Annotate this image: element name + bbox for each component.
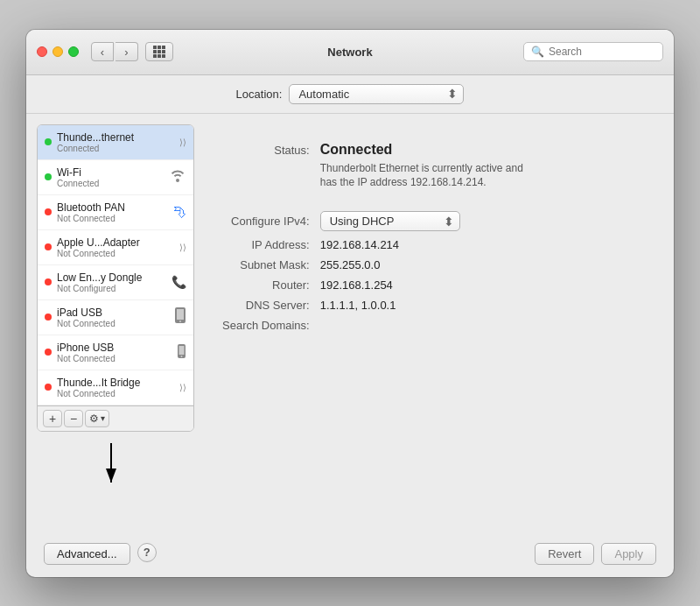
status-description: Thunderbolt Ethernet is currently active… bbox=[320, 161, 646, 191]
svg-point-2 bbox=[179, 321, 181, 322]
arrow-right-icon: ⟩⟩ bbox=[179, 383, 186, 392]
phone-icon: 📞 bbox=[172, 275, 186, 289]
configure-select[interactable]: Using DHCP ⬍ bbox=[320, 211, 460, 231]
sidebar-toolbar: + − ⚙ ▾ bbox=[38, 405, 193, 431]
item-name: Bluetooth PAN bbox=[57, 201, 170, 214]
ip-label: IP Address: bbox=[222, 238, 310, 251]
arrow-annotation bbox=[85, 443, 155, 496]
item-status: Connected bbox=[57, 144, 176, 153]
sidebar-item-apple-adapter[interactable]: Apple U...Adapter Not Connected ⟩⟩ bbox=[38, 230, 193, 265]
svg-rect-1 bbox=[177, 309, 184, 320]
gear-icon: ⚙ bbox=[89, 412, 99, 425]
maximize-button[interactable] bbox=[68, 46, 79, 57]
item-status: Connected bbox=[57, 179, 165, 188]
item-status: Not Connected bbox=[57, 319, 171, 328]
search-box[interactable]: 🔍 bbox=[523, 42, 663, 61]
location-bar: Location: Automatic ⬍ bbox=[26, 75, 674, 114]
status-dot-red bbox=[45, 243, 52, 250]
sidebar-wrapper: Thunde...thernet Connected ⟩⟩ Wi-Fi Conn… bbox=[37, 124, 194, 524]
arrow-right-icon: ⟩⟩ bbox=[179, 243, 186, 252]
domains-label: Search Domains: bbox=[222, 319, 310, 332]
help-button[interactable]: ? bbox=[137, 543, 157, 562]
remove-button[interactable]: − bbox=[64, 410, 83, 427]
item-name: Thunde...It Bridge bbox=[57, 377, 176, 389]
status-dot-red bbox=[45, 349, 52, 356]
sidebar-item-thunderbolt-ethernet[interactable]: Thunde...thernet Connected ⟩⟩ bbox=[38, 125, 193, 160]
subnet-value: 255.255.0.0 bbox=[320, 258, 646, 271]
chevron-down-icon: ⬍ bbox=[444, 215, 454, 229]
ipad-icon bbox=[174, 307, 186, 328]
status-dot-red bbox=[45, 278, 52, 285]
sidebar-item-ipad[interactable]: iPad USB Not Connected bbox=[38, 300, 193, 335]
status-dot-green bbox=[45, 138, 52, 145]
configure-row: Using DHCP ⬍ bbox=[320, 211, 646, 231]
arrow-right-icon: ⟩⟩ bbox=[179, 137, 186, 147]
router-label: Router: bbox=[222, 278, 310, 292]
back-button[interactable]: ‹ bbox=[91, 42, 114, 61]
sidebar-item-bluetooth[interactable]: Bluetooth PAN Not Connected ⮷ bbox=[38, 195, 193, 230]
add-button[interactable]: + bbox=[43, 410, 62, 427]
sidebar-item-bridge[interactable]: Thunde...It Bridge Not Connected ⟩⟩ bbox=[38, 370, 193, 405]
status-value: Connected bbox=[320, 142, 393, 157]
forward-button[interactable]: › bbox=[116, 42, 138, 61]
search-input[interactable] bbox=[549, 46, 654, 58]
item-status: Not Connected bbox=[57, 389, 176, 398]
chevron-down-icon: ⬍ bbox=[447, 87, 458, 101]
grid-view-button[interactable] bbox=[145, 42, 173, 61]
grid-icon bbox=[153, 46, 165, 58]
configure-label: Configure IPv4: bbox=[222, 215, 310, 228]
router-value: 192.168.1.254 bbox=[320, 278, 646, 292]
item-name: iPhone USB bbox=[57, 342, 173, 354]
status-dot-green bbox=[45, 173, 52, 180]
item-status: Not Connected bbox=[57, 249, 176, 258]
status-label: Status: bbox=[222, 144, 310, 157]
wifi-icon bbox=[169, 168, 186, 186]
item-name: Low En...y Dongle bbox=[57, 271, 168, 284]
item-status: Not Configured bbox=[57, 284, 168, 293]
status-value-container: Connected Thunderbolt Ethernet is curren… bbox=[320, 142, 646, 191]
svg-rect-4 bbox=[179, 346, 185, 355]
dns-value: 1.1.1.1, 1.0.0.1 bbox=[320, 299, 646, 312]
item-name: Apple U...Adapter bbox=[57, 236, 176, 249]
network-window: ‹ › Network 🔍 Location: Automatic ⬍ bbox=[26, 30, 674, 577]
revert-button[interactable]: Revert bbox=[535, 543, 594, 565]
location-value: Automatic bbox=[298, 88, 349, 101]
item-status: Not Connected bbox=[57, 354, 173, 363]
status-dot-red bbox=[45, 314, 52, 321]
location-select[interactable]: Automatic ⬍ bbox=[289, 84, 464, 104]
bottom-bar: Advanced... ? Revert Apply bbox=[26, 534, 674, 577]
subnet-label: Subnet Mask: bbox=[222, 258, 310, 271]
ip-value: 192.168.14.214 bbox=[320, 238, 646, 251]
bottom-left: Advanced... ? bbox=[44, 543, 157, 565]
apply-button[interactable]: Apply bbox=[601, 543, 656, 565]
traffic-lights bbox=[37, 46, 79, 57]
content-area: Thunde...thernet Connected ⟩⟩ Wi-Fi Conn… bbox=[26, 114, 674, 534]
info-grid: Status: Connected Thunderbolt Ethernet i… bbox=[222, 142, 646, 333]
window-title: Network bbox=[327, 46, 372, 59]
main-panel: Status: Connected Thunderbolt Ethernet i… bbox=[205, 124, 663, 524]
chevron-down-icon: ▾ bbox=[101, 413, 105, 423]
gear-button[interactable]: ⚙ ▾ bbox=[85, 410, 109, 427]
titlebar: ‹ › Network 🔍 bbox=[26, 30, 674, 75]
status-dot-red bbox=[45, 384, 52, 391]
close-button[interactable] bbox=[37, 46, 47, 57]
sidebar-item-dongle[interactable]: Low En...y Dongle Not Configured 📞 bbox=[38, 265, 193, 300]
svg-point-5 bbox=[181, 356, 183, 357]
item-name: iPad USB bbox=[57, 307, 171, 319]
item-name: Thunde...thernet bbox=[57, 131, 176, 144]
minimize-button[interactable] bbox=[52, 46, 63, 57]
search-icon: 🔍 bbox=[531, 46, 544, 58]
status-dot-red bbox=[45, 208, 52, 215]
sidebar: Thunde...thernet Connected ⟩⟩ Wi-Fi Conn… bbox=[37, 124, 194, 432]
sidebar-list: Thunde...thernet Connected ⟩⟩ Wi-Fi Conn… bbox=[38, 125, 193, 405]
bluetooth-icon: ⮷ bbox=[173, 205, 186, 220]
sidebar-item-iphone[interactable]: iPhone USB Not Connected bbox=[38, 335, 193, 370]
location-label: Location: bbox=[236, 88, 283, 101]
nav-buttons: ‹ › bbox=[91, 42, 138, 61]
dns-label: DNS Server: bbox=[222, 299, 310, 312]
iphone-icon bbox=[177, 343, 186, 362]
item-name: Wi-Fi bbox=[57, 166, 165, 179]
configure-value: Using DHCP bbox=[330, 215, 395, 228]
advanced-button[interactable]: Advanced... bbox=[44, 543, 130, 565]
sidebar-item-wifi[interactable]: Wi-Fi Connected bbox=[38, 160, 193, 195]
